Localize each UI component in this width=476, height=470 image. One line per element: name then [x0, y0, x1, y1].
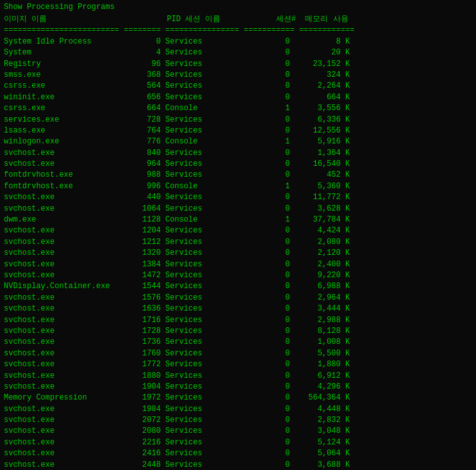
column-headers: 이미지 이름 PID 세션 이름 세션# 메모리 사용 [4, 14, 472, 25]
table-row: System 4 Services 0 20 K [4, 47, 472, 58]
table-row: svchost.exe 440 Services 0 11,772 K [4, 192, 472, 203]
table-row: svchost.exe 2216 Services 0 5,124 K [4, 437, 472, 448]
terminal-window: Show Processing Programs 이미지 이름 PID 세션 이… [0, 0, 476, 470]
table-row: svchost.exe 840 Services 0 1,364 K [4, 148, 472, 159]
table-row: fontdrvhost.exe 988 Services 0 452 K [4, 170, 472, 181]
table-row: csrss.exe 564 Services 0 2,264 K [4, 81, 472, 92]
process-list: System Idle Process 0 Services 0 8 KSyst… [4, 36, 472, 470]
table-row: svchost.exe 1984 Services 0 4,448 K [4, 404, 472, 415]
table-row: services.exe 728 Services 0 6,336 K [4, 115, 472, 126]
table-row: svchost.exe 1760 Services 0 5,500 K [4, 348, 472, 359]
table-row: svchost.exe 2416 Services 0 5,064 K [4, 448, 472, 459]
table-row: System Idle Process 0 Services 0 8 K [4, 36, 472, 47]
table-row: svchost.exe 1728 Services 0 8,128 K [4, 326, 472, 337]
table-row: fontdrvhost.exe 996 Console 1 5,360 K [4, 181, 472, 192]
table-row: csrss.exe 664 Console 1 3,556 K [4, 103, 472, 114]
table-row: svchost.exe 1772 Services 0 1,880 K [4, 359, 472, 370]
table-row: lsass.exe 764 Services 0 12,556 K [4, 126, 472, 136]
table-row: svchost.exe 1736 Services 0 1,008 K [4, 337, 472, 348]
table-row: smss.exe 368 Services 0 324 K [4, 70, 472, 81]
table-row: svchost.exe 2448 Services 0 3,688 K [4, 460, 472, 470]
table-row: svchost.exe 1636 Services 0 3,444 K [4, 304, 472, 314]
table-row: svchost.exe 1064 Services 0 3,628 K [4, 204, 472, 215]
table-row: svchost.exe 1880 Services 0 6,912 K [4, 371, 472, 382]
table-row: NVDisplay.Container.exe 1544 Services 0 … [4, 281, 472, 292]
table-row: svchost.exe 1384 Services 0 2,400 K [4, 259, 472, 270]
table-row: svchost.exe 1320 Services 0 2,120 K [4, 248, 472, 259]
table-row: svchost.exe 1716 Services 0 2,988 K [4, 315, 472, 326]
table-row: Memory Compression 1972 Services 0 564,3… [4, 393, 472, 403]
table-row: svchost.exe 1212 Services 0 2,080 K [4, 237, 472, 248]
table-row: winlogon.exe 776 Console 1 5,916 K [4, 136, 472, 147]
table-row: svchost.exe 1904 Services 0 4,296 K [4, 382, 472, 393]
table-row: wininit.exe 656 Services 0 664 K [4, 92, 472, 103]
table-row: Registry 96 Services 0 23,152 K [4, 59, 472, 70]
window-title: Show Processing Programs [4, 3, 472, 12]
header-separator: ========================= ======== =====… [4, 25, 472, 36]
table-row: svchost.exe 1204 Services 0 4,424 K [4, 225, 472, 236]
table-row: dwm.exe 1128 Console 1 37,784 K [4, 215, 472, 225]
table-row: svchost.exe 2080 Services 0 3,048 K [4, 426, 472, 437]
table-row: svchost.exe 964 Services 0 16,540 K [4, 159, 472, 170]
table-row: svchost.exe 1472 Services 0 9,220 K [4, 270, 472, 281]
table-row: svchost.exe 1576 Services 0 2,964 K [4, 293, 472, 304]
table-row: svchost.exe 2072 Services 0 2,832 K [4, 415, 472, 426]
